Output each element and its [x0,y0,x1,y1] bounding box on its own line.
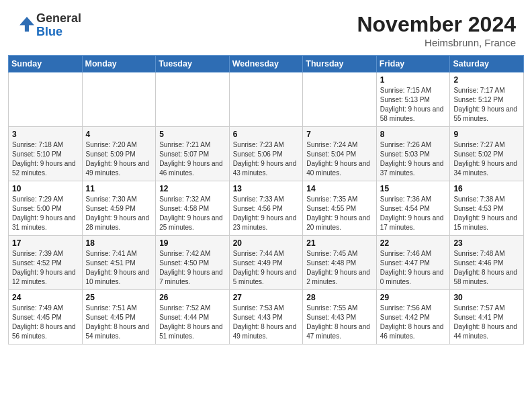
page-header: General Blue November 2024 Heimsbrunn, F… [0,0,532,52]
logo: General Blue [16,12,81,39]
calendar-cell [229,73,303,127]
day-number: 12 [159,184,226,193]
calendar-body: 1Sunrise: 7:15 AM Sunset: 5:13 PM Daylig… [9,73,524,345]
day-info: Sunrise: 7:41 AM Sunset: 4:51 PM Dayligh… [86,249,152,287]
calendar-cell: 12Sunrise: 7:32 AM Sunset: 4:58 PM Dayli… [156,181,230,236]
day-number: 30 [453,293,520,302]
day-number: 24 [12,293,79,302]
calendar-cell [303,73,377,127]
day-info: Sunrise: 7:45 AM Sunset: 4:48 PM Dayligh… [306,249,373,287]
day-number: 13 [233,184,300,193]
day-number: 16 [453,184,520,193]
day-number: 19 [159,238,226,248]
weekday-header-thursday: Thursday [303,56,377,73]
day-number: 11 [86,184,152,193]
day-number: 6 [233,130,300,139]
day-number: 9 [453,130,520,139]
calendar-cell: 26Sunrise: 7:52 AM Sunset: 4:44 PM Dayli… [156,290,230,345]
calendar-cell: 19Sunrise: 7:42 AM Sunset: 4:50 PM Dayli… [156,236,230,290]
day-number: 25 [86,293,152,302]
calendar-cell: 6Sunrise: 7:23 AM Sunset: 5:06 PM Daylig… [229,127,303,181]
calendar-cell: 1Sunrise: 7:15 AM Sunset: 5:13 PM Daylig… [376,73,450,127]
day-number: 17 [12,238,79,248]
day-number: 18 [86,238,152,248]
weekday-header-tuesday: Tuesday [156,56,230,73]
calendar-cell [82,73,156,127]
weekday-header-wednesday: Wednesday [229,56,303,73]
calendar-cell: 25Sunrise: 7:51 AM Sunset: 4:45 PM Dayli… [82,290,156,345]
weekday-header-monday: Monday [82,56,156,73]
day-info: Sunrise: 7:18 AM Sunset: 5:10 PM Dayligh… [12,140,79,178]
calendar-cell: 7Sunrise: 7:24 AM Sunset: 5:04 PM Daylig… [303,127,377,181]
calendar-cell: 11Sunrise: 7:30 AM Sunset: 4:59 PM Dayli… [82,181,156,236]
day-info: Sunrise: 7:51 AM Sunset: 4:45 PM Dayligh… [86,304,152,341]
day-info: Sunrise: 7:48 AM Sunset: 4:46 PM Dayligh… [453,249,520,287]
calendar-cell [9,73,83,127]
day-number: 21 [306,238,373,248]
calendar-cell: 10Sunrise: 7:29 AM Sunset: 5:00 PM Dayli… [9,181,83,236]
calendar-cell: 4Sunrise: 7:20 AM Sunset: 5:09 PM Daylig… [82,127,156,181]
day-number: 3 [12,130,79,139]
calendar-week-5: 24Sunrise: 7:49 AM Sunset: 4:45 PM Dayli… [9,290,524,345]
calendar-cell: 18Sunrise: 7:41 AM Sunset: 4:51 PM Dayli… [82,236,156,290]
day-info: Sunrise: 7:42 AM Sunset: 4:50 PM Dayligh… [159,249,226,287]
calendar-cell: 13Sunrise: 7:33 AM Sunset: 4:56 PM Dayli… [229,181,303,236]
calendar-cell: 2Sunrise: 7:17 AM Sunset: 5:12 PM Daylig… [450,73,524,127]
calendar-header-row: SundayMondayTuesdayWednesdayThursdayFrid… [9,56,524,73]
day-number: 7 [306,130,373,139]
day-info: Sunrise: 7:52 AM Sunset: 4:44 PM Dayligh… [159,304,226,341]
location: Heimsbrunn, France [357,37,516,48]
day-number: 5 [159,130,226,139]
calendar-cell: 30Sunrise: 7:57 AM Sunset: 4:41 PM Dayli… [450,290,524,345]
calendar-cell: 21Sunrise: 7:45 AM Sunset: 4:48 PM Dayli… [303,236,377,290]
calendar-cell: 28Sunrise: 7:55 AM Sunset: 4:43 PM Dayli… [303,290,377,345]
weekday-header-sunday: Sunday [9,56,83,73]
day-info: Sunrise: 7:21 AM Sunset: 5:07 PM Dayligh… [159,140,226,178]
day-number: 20 [233,238,300,248]
calendar-cell: 3Sunrise: 7:18 AM Sunset: 5:10 PM Daylig… [9,127,83,181]
day-number: 2 [453,75,520,85]
day-number: 22 [380,238,447,248]
day-info: Sunrise: 7:56 AM Sunset: 4:42 PM Dayligh… [380,304,447,341]
day-number: 4 [86,130,152,139]
day-info: Sunrise: 7:26 AM Sunset: 5:03 PM Dayligh… [380,140,447,178]
day-info: Sunrise: 7:17 AM Sunset: 5:12 PM Dayligh… [453,86,520,124]
day-info: Sunrise: 7:57 AM Sunset: 4:41 PM Dayligh… [453,304,520,341]
day-info: Sunrise: 7:46 AM Sunset: 4:47 PM Dayligh… [380,249,447,287]
logo-icon [17,15,36,34]
calendar-cell: 15Sunrise: 7:36 AM Sunset: 4:54 PM Dayli… [376,181,450,236]
day-info: Sunrise: 7:39 AM Sunset: 4:52 PM Dayligh… [12,249,79,287]
logo-text: General Blue [36,12,81,39]
day-number: 8 [380,130,447,139]
day-number: 23 [453,238,520,248]
calendar-week-2: 3Sunrise: 7:18 AM Sunset: 5:10 PM Daylig… [9,127,524,181]
day-info: Sunrise: 7:23 AM Sunset: 5:06 PM Dayligh… [233,140,300,178]
calendar-cell: 5Sunrise: 7:21 AM Sunset: 5:07 PM Daylig… [156,127,230,181]
calendar-cell: 9Sunrise: 7:27 AM Sunset: 5:02 PM Daylig… [450,127,524,181]
day-info: Sunrise: 7:35 AM Sunset: 4:55 PM Dayligh… [306,195,373,232]
day-number: 26 [159,293,226,302]
day-info: Sunrise: 7:24 AM Sunset: 5:04 PM Dayligh… [306,140,373,178]
day-number: 1 [380,75,447,85]
day-info: Sunrise: 7:20 AM Sunset: 5:09 PM Dayligh… [86,140,152,178]
day-info: Sunrise: 7:30 AM Sunset: 4:59 PM Dayligh… [86,195,152,232]
calendar-cell: 24Sunrise: 7:49 AM Sunset: 4:45 PM Dayli… [9,290,83,345]
calendar-cell: 17Sunrise: 7:39 AM Sunset: 4:52 PM Dayli… [9,236,83,290]
day-number: 10 [12,184,79,193]
day-number: 27 [233,293,300,302]
calendar-cell: 27Sunrise: 7:53 AM Sunset: 4:43 PM Dayli… [229,290,303,345]
title-block: November 2024 Heimsbrunn, France [357,12,516,48]
weekday-header-saturday: Saturday [450,56,524,73]
day-info: Sunrise: 7:36 AM Sunset: 4:54 PM Dayligh… [380,195,447,232]
weekday-header-friday: Friday [376,56,450,73]
day-number: 29 [380,293,447,302]
calendar-cell: 8Sunrise: 7:26 AM Sunset: 5:03 PM Daylig… [376,127,450,181]
day-info: Sunrise: 7:44 AM Sunset: 4:49 PM Dayligh… [233,249,300,287]
calendar-cell: 16Sunrise: 7:38 AM Sunset: 4:53 PM Dayli… [450,181,524,236]
day-info: Sunrise: 7:53 AM Sunset: 4:43 PM Dayligh… [233,304,300,341]
svg-marker-0 [19,17,34,32]
calendar-cell: 29Sunrise: 7:56 AM Sunset: 4:42 PM Dayli… [376,290,450,345]
day-info: Sunrise: 7:49 AM Sunset: 4:45 PM Dayligh… [12,304,79,341]
day-number: 28 [306,293,373,302]
calendar-cell: 22Sunrise: 7:46 AM Sunset: 4:47 PM Dayli… [376,236,450,290]
